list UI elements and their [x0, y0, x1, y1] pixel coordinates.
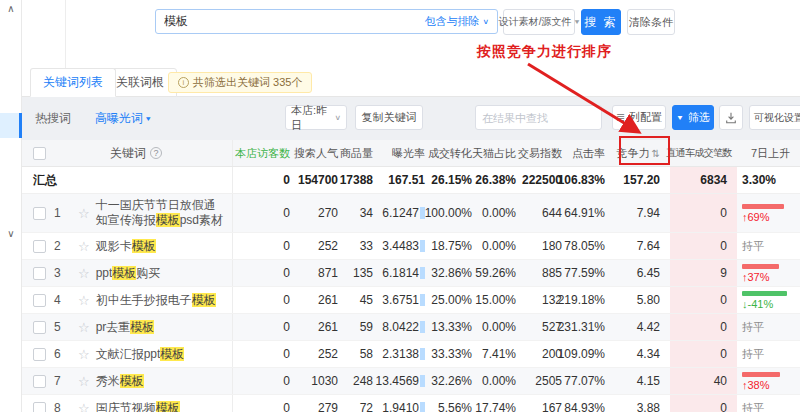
row-checkbox[interactable]: [33, 240, 46, 253]
table-row[interactable]: 2 ☆ 观影卡模板 0 252 33 3.4483 18.75% 0.00% 1…: [22, 233, 800, 260]
select-all-checkbox[interactable]: [33, 147, 46, 160]
cell-tmall: 0.00%: [482, 233, 526, 259]
keyword-search-group: 包含与排除 ∨: [155, 9, 498, 34]
sort-icon[interactable]: ⇅: [652, 148, 660, 159]
row-checkbox[interactable]: [33, 294, 46, 307]
cell-ctr: 84.93%: [572, 395, 615, 412]
cell-visitors: 0: [233, 395, 300, 412]
keyword-text: 初中生手抄报电子模板: [96, 293, 216, 308]
table-row[interactable]: 5 ☆ pr去重模板 0 261 59 8.0422 13.33% 0.00% …: [22, 314, 800, 341]
scope-select[interactable]: 本店:昨日 ∨: [285, 105, 347, 130]
tab-keyword-list[interactable]: 关键词列表: [30, 68, 116, 97]
row-number: 6: [54, 347, 70, 361]
filter-count-text: 共筛选出关键词 335个: [193, 75, 302, 90]
tabs-bar: 关键词列表 关联词根 i 共筛选出关键词 335个: [22, 68, 800, 97]
high-exposure-dropdown[interactable]: 高曝光词 ▾: [95, 110, 151, 127]
left-rail: ∧ ∨: [0, 0, 22, 412]
column-config-button[interactable]: ≣ 列配置: [612, 105, 666, 130]
cell-trend: ↓-41%: [737, 287, 800, 313]
keyword-search-input[interactable]: [156, 15, 422, 29]
cell-items: 34: [348, 194, 383, 232]
export-button[interactable]: [719, 105, 743, 130]
col-keyword: 关键词 ?: [110, 145, 162, 162]
star-icon[interactable]: ☆: [78, 239, 90, 254]
include-exclude-dropdown[interactable]: 包含与排除 ∨: [422, 14, 497, 29]
row-checkbox[interactable]: [33, 348, 46, 361]
column-config-label: 列配置: [629, 110, 662, 125]
cell-search: 1030: [300, 368, 348, 394]
find-in-results: [475, 105, 602, 130]
keyword-text: pr去重模板: [96, 320, 155, 335]
star-icon[interactable]: ☆: [78, 374, 90, 389]
keyword-table: 关键词 ? 本店访客数 搜索人气 商品量 曝光率 成交转化 天猫占比 交易指数 …: [22, 140, 800, 412]
scope-select-value: 本店:昨日: [291, 103, 334, 133]
cell-competitiveness: 3.88: [615, 395, 670, 412]
table-row[interactable]: 3 ☆ ppt模板购买 0 871 135 6.1814 32.86% 59.2…: [22, 260, 800, 287]
find-in-results-input[interactable]: [476, 112, 630, 124]
table-row[interactable]: 6 ☆ 文献汇报ppt模板 0 252 58 2.3138 33.33% 7.4…: [22, 341, 800, 368]
cell-trend: ↑69%: [737, 194, 800, 232]
row-checkbox[interactable]: [33, 321, 46, 334]
trend-label: 持平: [742, 320, 764, 335]
star-icon[interactable]: ☆: [78, 293, 90, 308]
summary-visitors: 0: [233, 167, 300, 193]
search-button[interactable]: 搜 索: [581, 9, 621, 35]
cell-tmall: 59.26%: [482, 260, 526, 286]
chevron-up-icon[interactable]: ∧: [0, 3, 22, 14]
row-number: 8: [54, 401, 70, 412]
filter-button[interactable]: ▼ 筛选: [672, 105, 714, 130]
cell-search: 252: [300, 233, 348, 259]
trend-label: ↑37%: [742, 271, 770, 283]
keyword-text: 秀米模板: [96, 374, 144, 389]
cell-trend: ↑37%: [737, 260, 800, 286]
cell-ctr: 78.05%: [572, 233, 615, 259]
cell-ctr: 219.18%: [572, 287, 615, 313]
cell-ztc: 0: [670, 233, 737, 259]
cell-trend: ↑38%: [737, 368, 800, 394]
col-item-count: 商品量: [348, 140, 383, 166]
summary-exposure: 167.51: [383, 167, 435, 193]
table-row[interactable]: 8 ☆ 国庆节视频模板 0 279 72 1.9410 5.56% 17.74%…: [22, 395, 800, 412]
cell-competitiveness: 5.80: [615, 287, 670, 313]
star-icon[interactable]: ☆: [78, 401, 90, 412]
keyword-highlight: 模板: [192, 293, 216, 307]
keyword-highlight: 模板: [112, 266, 136, 280]
star-icon[interactable]: ☆: [78, 320, 90, 335]
cell-ctr: 77.59%: [572, 260, 615, 286]
cell-visitors: 0: [233, 194, 300, 232]
cell-conversion: 32.26%: [435, 368, 482, 394]
col-competitiveness[interactable]: 竞争力 ⇅: [615, 140, 670, 166]
clear-conditions-button[interactable]: 清除条件: [627, 9, 675, 35]
cell-conversion: 100.00%: [435, 194, 482, 232]
row-checkbox[interactable]: [33, 375, 46, 388]
row-number: 4: [54, 293, 70, 307]
copy-keywords-button[interactable]: 复制关键词: [355, 105, 423, 130]
cell-tmall: 0.00%: [482, 194, 526, 232]
table-row[interactable]: 7 ☆ 秀米模板 0 1030 248 13.4569 32.26% 0.00%…: [22, 368, 800, 395]
row-checkbox[interactable]: [33, 207, 46, 220]
table-row[interactable]: 4 ☆ 初中生手抄报电子模板 0 261 45 3.6751 25.00% 15…: [22, 287, 800, 314]
category-dropdown[interactable]: 设计素材/源文件 ▾: [503, 9, 575, 35]
cell-exposure: 1.9410: [383, 395, 435, 412]
row-number: 1: [54, 206, 70, 220]
row-checkbox[interactable]: [33, 402, 46, 412]
star-icon[interactable]: ☆: [78, 347, 90, 362]
visualization-settings-button[interactable]: 可视化设置: [749, 105, 800, 130]
keyword-text: 国庆节视频模板: [96, 401, 180, 412]
trend-label: ↑38%: [742, 379, 770, 391]
cell-competitiveness: 7.94: [615, 194, 670, 232]
rail-active-item[interactable]: [0, 113, 22, 138]
star-icon[interactable]: ☆: [78, 266, 90, 281]
cell-visitors: 0: [233, 233, 300, 259]
star-icon[interactable]: ☆: [78, 206, 90, 221]
cell-ztc: 0: [670, 287, 737, 313]
cell-exposure: 2.3138: [383, 341, 435, 367]
keyword-highlight: 模板: [160, 347, 184, 361]
cell-items: 135: [348, 260, 383, 286]
table-row[interactable]: 1 ☆ 十一国庆节节日放假通知宣传海报模板psd素材 0 270 34 6.12…: [22, 194, 800, 233]
exposure-mark: [420, 267, 425, 279]
exposure-mark: [420, 240, 425, 252]
chevron-down-icon[interactable]: ∨: [0, 228, 22, 239]
cell-ctr: 64.91%: [572, 194, 615, 232]
row-checkbox[interactable]: [33, 267, 46, 280]
